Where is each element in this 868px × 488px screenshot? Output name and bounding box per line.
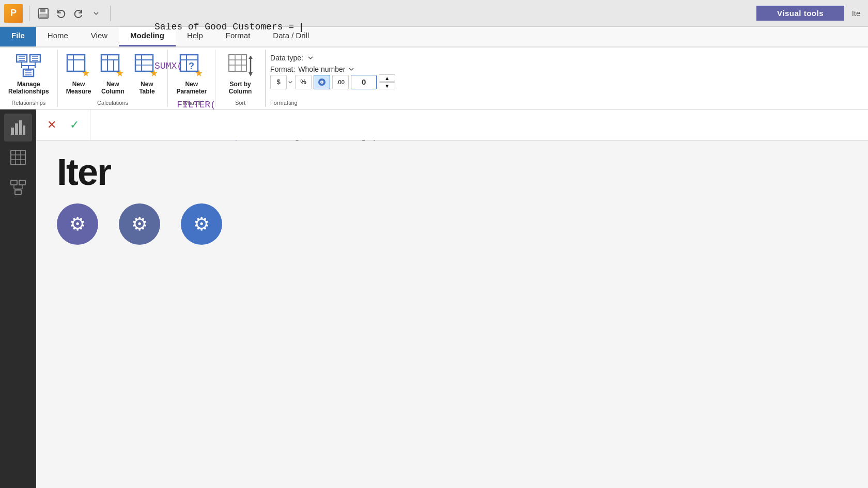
canvas-icon-2: ⚙ <box>119 203 160 245</box>
formula-line-title: Sales of Good Customers = <box>99 8 860 47</box>
svg-rect-2 <box>40 14 47 18</box>
app-logo: P <box>4 4 23 23</box>
formula-bar: ✕ ✓ Sales of Good Customers = SUMX( FILT… <box>36 109 868 140</box>
undo-button[interactable] <box>53 6 69 21</box>
canvas-title: Iter <box>57 151 111 193</box>
formula-title-text: Sales of Good Customers = <box>154 22 300 32</box>
formula-actions: ✕ ✓ <box>36 109 90 140</box>
svg-rect-49 <box>19 120 22 135</box>
formula-cursor <box>301 23 302 32</box>
canvas-icons-row: ⚙ ⚙ ⚙ <box>57 203 222 245</box>
save-button[interactable] <box>36 6 51 21</box>
svg-rect-57 <box>19 180 25 185</box>
svg-rect-51 <box>11 150 25 165</box>
manage-relationships-icon <box>16 54 41 78</box>
svg-rect-50 <box>23 125 25 135</box>
svg-text:★: ★ <box>116 68 124 78</box>
relationships-items: Manage Relationships <box>4 52 53 98</box>
svg-rect-1 <box>40 9 45 12</box>
formula-keyword-sumx: SUMX( <box>154 61 182 71</box>
manage-relationships-label: Manage Relationships <box>8 81 49 96</box>
formula-line-1: SUMX( <box>99 46 860 86</box>
svg-rect-56 <box>11 180 17 185</box>
sidebar-model-view[interactable] <box>4 174 32 201</box>
separator <box>29 6 29 21</box>
quick-access-toolbar <box>36 6 104 21</box>
canvas-area: Iter ⚙ ⚙ ⚙ <box>36 140 868 488</box>
redo-button[interactable] <box>71 6 86 21</box>
canvas-icon-1: ⚙ <box>57 203 98 245</box>
manage-relationships-button[interactable]: Manage Relationships <box>4 52 53 93</box>
formula-keyword-filter: FILTER( <box>177 100 216 110</box>
svg-text:★: ★ <box>82 68 90 78</box>
formula-cancel-button[interactable]: ✕ <box>42 116 61 134</box>
tab-home[interactable]: Home <box>36 27 80 46</box>
svg-rect-58 <box>15 190 21 195</box>
formula-confirm-button[interactable]: ✓ <box>65 116 84 134</box>
tab-file[interactable]: File <box>0 27 36 46</box>
sidebar-data-view[interactable] <box>4 144 32 171</box>
ribbon-group-relationships: Manage Relationships Relationships <box>0 50 58 107</box>
new-measure-label: New Measure <box>66 81 91 96</box>
main-area: ✕ ✓ Sales of Good Customers = SUMX( FILT… <box>0 109 868 488</box>
sidebar <box>0 109 36 488</box>
relationships-group-label: Relationships <box>4 98 53 107</box>
sidebar-report-view[interactable] <box>4 114 32 141</box>
svg-rect-48 <box>15 123 18 135</box>
new-measure-icon: ★ <box>66 54 91 78</box>
canvas-icon-3: ⚙ <box>181 203 222 245</box>
content-area: ✕ ✓ Sales of Good Customers = SUMX( FILT… <box>36 109 868 488</box>
svg-rect-47 <box>11 128 14 135</box>
formula-line-2: FILTER( <box>99 86 860 125</box>
formula-editor[interactable]: Sales of Good Customers = SUMX( FILTER( … <box>90 109 868 140</box>
new-column-icon: ★ <box>100 54 125 78</box>
new-measure-button[interactable]: ★ New Measure <box>62 52 96 93</box>
